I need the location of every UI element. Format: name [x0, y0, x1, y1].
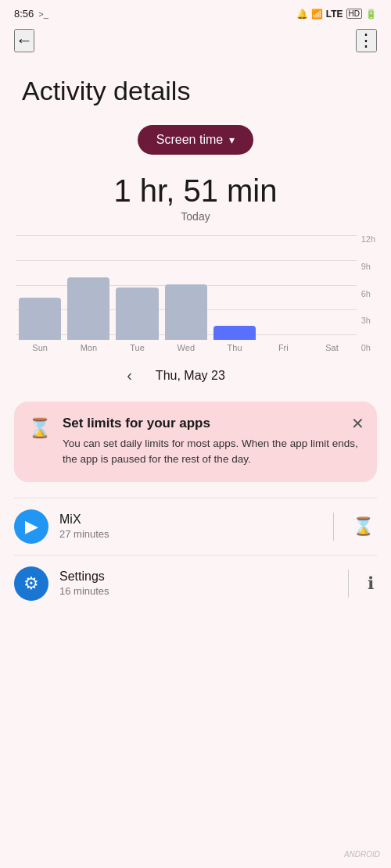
app-info-settings: Settings 16 minutes [59, 570, 332, 597]
more-button[interactable]: ⋮ [356, 29, 377, 52]
status-right: 🔔 📶 LTE HD 🔋 [296, 9, 377, 20]
bar-label-wed: Wed [178, 343, 195, 352]
bar-label-tue: Tue [130, 343, 145, 352]
hd-icon: HD [346, 9, 362, 19]
app-divider-settings [348, 570, 349, 598]
bar-label-sun: Sun [32, 343, 48, 352]
status-time: 8:56 [14, 8, 34, 20]
y-label-9h: 9h [361, 263, 375, 271]
y-label-0h: 0h [361, 344, 375, 352]
bar-label-fri: Fri [278, 343, 289, 352]
date-nav: ‹ Thu, May 23 [0, 352, 391, 394]
app-divider-mix [333, 513, 334, 541]
duration-label: Today [0, 210, 391, 223]
info-card-body: You can set daily limits for most apps. … [63, 436, 363, 468]
app-name-settings: Settings [59, 570, 332, 584]
app-item-mix[interactable]: ▶ MiX 27 minutes ⌛ [14, 498, 377, 555]
y-label-6h: 6h [361, 290, 375, 298]
app-icon-settings: ⚙ [14, 566, 48, 601]
bar-tue [116, 288, 158, 341]
bar-label-sat: Sat [325, 343, 339, 352]
bar-col-thu: Thu [213, 326, 256, 352]
back-button[interactable]: ← [14, 29, 34, 52]
app-item-settings[interactable]: ⚙ Settings 16 minutes ℹ [14, 555, 377, 612]
status-bar: 8:56 >_ 🔔 📶 LTE HD 🔋 [0, 0, 391, 24]
bar-col-sun: Sun [19, 298, 61, 353]
y-axis-labels: 12h9h6h3h0h [361, 235, 375, 352]
status-left: 8:56 >_ [14, 8, 48, 20]
chart-container: SunMonTueWedThuFriSat 12h9h6h3h0h [0, 235, 391, 352]
bar-mon [67, 277, 109, 341]
app-action-mix[interactable]: ⌛ [350, 513, 377, 540]
hourglass-icon: ⌛ [28, 417, 52, 439]
app-action-settings[interactable]: ℹ [364, 570, 377, 597]
bar-col-tue: Tue [116, 288, 158, 353]
bar-label-thu: Thu [228, 343, 242, 352]
info-card-content: Set limits for your apps You can set dai… [63, 416, 363, 468]
duration-section: 1 hr, 51 min Today [0, 173, 391, 223]
date-prev-button[interactable]: ‹ [127, 366, 132, 384]
bar-col-wed: Wed [165, 284, 207, 353]
status-terminal: >_ [38, 9, 48, 19]
y-label-3h: 3h [361, 316, 375, 325]
info-card-title: Set limits for your apps [63, 416, 363, 431]
bar-label-mon: Mon [81, 343, 97, 352]
bar-col-fri: Fri [262, 340, 304, 352]
chart-area: SunMonTueWedThuFriSat 12h9h6h3h0h [16, 235, 375, 352]
y-label-12h: 12h [361, 235, 375, 244]
bar-sun [19, 298, 61, 341]
duration-value: 1 hr, 51 min [0, 173, 391, 209]
app-name-mix: MiX [59, 513, 317, 527]
app-time-settings: 16 minutes [59, 585, 332, 597]
app-icon-mix: ▶ [14, 509, 48, 544]
screen-time-label: Screen time [156, 133, 223, 147]
top-nav: ← ⋮ [0, 24, 391, 60]
close-button[interactable]: ✕ [351, 414, 364, 433]
chevron-down-icon: ▾ [229, 134, 235, 146]
bar-thu [213, 326, 256, 340]
watermark: ANDROID [344, 850, 380, 859]
bar-col-mon: Mon [67, 277, 109, 353]
app-time-mix: 27 minutes [59, 528, 317, 540]
date-label: Thu, May 23 [156, 369, 225, 383]
app-list: ▶ MiX 27 minutes ⌛ ⚙ Settings 16 minutes… [0, 498, 391, 612]
page-title: Activity details [0, 60, 391, 125]
bar-wed [165, 284, 207, 341]
bars-row: SunMonTueWedThuFriSat [16, 235, 357, 352]
bar-col-sat: Sat [310, 340, 353, 352]
screen-time-pill[interactable]: Screen time ▾ [138, 125, 253, 155]
chart-bars-section: SunMonTueWedThuFriSat [16, 235, 357, 352]
alarm-icon: 🔔 [296, 9, 308, 20]
app-info-mix: MiX 27 minutes [59, 513, 317, 540]
battery-icon: 🔋 [365, 9, 377, 20]
screen-time-pill-container: Screen time ▾ [0, 125, 391, 155]
info-card: ⌛ Set limits for your apps You can set d… [14, 402, 377, 482]
signal-icon: 📶 [311, 9, 323, 20]
lte-label: LTE [326, 9, 343, 20]
